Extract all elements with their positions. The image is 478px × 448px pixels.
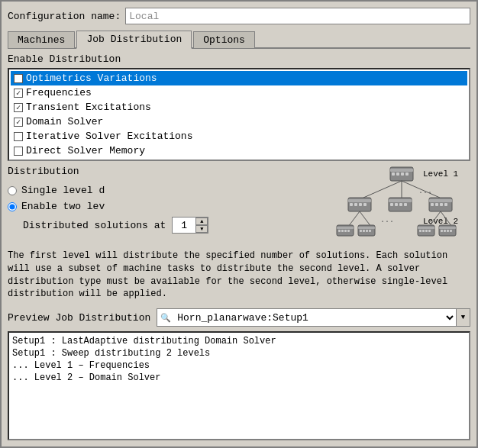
spinner-down-button[interactable]: ▼	[195, 225, 208, 233]
svg-rect-14	[359, 203, 362, 206]
list-item[interactable]: Iterative Solver Excitations	[11, 129, 467, 143]
checkbox-direct[interactable]	[14, 147, 23, 156]
svg-text:...: ...	[380, 216, 394, 224]
svg-rect-56	[450, 230, 452, 232]
svg-rect-47	[419, 230, 421, 232]
svg-rect-1	[390, 169, 413, 172]
enable-distribution-title: Enable Distribution	[8, 53, 470, 65]
checkbox-iterative[interactable]	[14, 132, 23, 141]
distribution-section: Distribution Single level d Enable two l…	[8, 166, 470, 245]
checkbox-frequencies[interactable]	[14, 89, 23, 98]
spinner-buttons: ▲ ▼	[195, 218, 208, 233]
svg-rect-49	[425, 230, 428, 232]
description-text: The first level will distribute the spec…	[8, 250, 470, 301]
preview-select[interactable]: Horn_planarwave:Setup1	[174, 309, 456, 326]
checkbox-optimetrics[interactable]	[14, 74, 23, 83]
svg-rect-4	[401, 172, 404, 176]
preview-dropdown-button[interactable]: ▼	[456, 309, 470, 326]
svg-rect-17	[389, 199, 412, 202]
svg-rect-52	[439, 227, 456, 229]
svg-line-6	[363, 181, 402, 198]
spinner-label: Distributed solutions at	[23, 220, 166, 231]
preview-row: Preview Job Distribution 🔍 Horn_planarwa…	[8, 308, 470, 327]
two-level-radio[interactable]	[8, 202, 17, 211]
list-item-label: Transient Excitations	[26, 102, 151, 113]
list-item[interactable]: Direct Solver Memory	[11, 143, 467, 158]
checkbox-domain[interactable]	[14, 118, 23, 127]
config-name-input[interactable]	[125, 8, 470, 24]
svg-rect-3	[396, 172, 399, 176]
tab-machines-label: Machines	[18, 34, 65, 46]
list-item[interactable]: Domain Solver	[11, 114, 467, 129]
main-dialog: Configuration name: Machines Job Distrib…	[0, 0, 478, 448]
output-box: Setup1 : LastAdaptive distributing Domai…	[8, 331, 470, 440]
distribution-diagram: Level 1 ...	[333, 166, 470, 245]
spinner-row: Distributed solutions at ▲ ▼	[23, 217, 325, 234]
checkbox-transient[interactable]	[14, 103, 23, 112]
svg-rect-40	[363, 230, 365, 232]
svg-rect-32	[337, 227, 354, 229]
svg-rect-11	[348, 199, 371, 202]
svg-rect-21	[404, 203, 407, 206]
svg-rect-41	[366, 230, 368, 232]
tab-job-distribution-label: Job Distribution	[86, 34, 182, 45]
distribution-controls: Distribution Single level d Enable two l…	[8, 166, 325, 234]
spinner-up-button[interactable]: ▲	[195, 218, 208, 225]
diagram-svg: Level 1 ...	[333, 166, 470, 242]
single-level-label: Single level d	[21, 185, 105, 196]
list-item[interactable]: Transient Excitations	[11, 100, 467, 114]
level1-text: Level 1	[423, 169, 459, 179]
svg-rect-19	[395, 203, 398, 206]
list-item[interactable]: Frequencies	[11, 85, 467, 100]
svg-rect-26	[440, 203, 443, 206]
svg-rect-18	[390, 203, 393, 206]
svg-line-29	[360, 211, 371, 227]
spinner-input[interactable]	[173, 218, 195, 233]
svg-rect-13	[354, 203, 357, 206]
tab-options-label: Options	[203, 34, 245, 46]
distribution-list: Optimetrics Variations Frequencies Trans…	[8, 68, 470, 161]
svg-rect-33	[338, 230, 341, 232]
svg-rect-15	[363, 203, 367, 206]
svg-rect-27	[444, 203, 447, 206]
svg-rect-24	[431, 203, 434, 206]
svg-rect-23	[429, 199, 452, 202]
level2-text: Level 2	[423, 217, 458, 226]
list-item[interactable]: Optimetrics Variations	[11, 71, 467, 85]
svg-rect-38	[358, 227, 375, 229]
tab-machines[interactable]: Machines	[8, 31, 75, 49]
svg-rect-34	[341, 230, 344, 232]
svg-rect-48	[422, 230, 425, 232]
output-line: Setup1 : LastAdaptive distributing Domai…	[12, 336, 466, 346]
preview-select-wrap: 🔍 Horn_planarwave:Setup1 ▼	[157, 308, 470, 327]
svg-rect-5	[405, 172, 409, 176]
svg-rect-53	[441, 230, 443, 232]
output-line: Setup1 : Sweep distributing 2 levels	[12, 348, 466, 359]
svg-rect-42	[369, 230, 371, 232]
list-item-label: Direct Solver Memory	[26, 145, 145, 156]
list-item-label: Iterative Solver Excitations	[26, 131, 192, 142]
svg-rect-39	[360, 230, 362, 232]
list-item-label: Domain Solver	[26, 116, 103, 127]
preview-label: Preview Job Distribution	[8, 312, 150, 324]
single-level-radio[interactable]	[8, 186, 17, 195]
svg-line-28	[348, 211, 360, 227]
svg-rect-25	[435, 203, 438, 206]
output-line: ... Level 1 – Frequencies	[12, 360, 466, 371]
tab-options[interactable]: Options	[193, 31, 255, 49]
svg-rect-20	[399, 203, 402, 206]
svg-rect-46	[418, 227, 434, 229]
single-level-row: Single level d	[8, 185, 325, 196]
tab-job-distribution[interactable]: Job Distribution	[76, 31, 192, 49]
distribution-title: Distribution	[8, 166, 325, 177]
svg-rect-2	[392, 172, 395, 176]
svg-rect-54	[444, 230, 446, 232]
list-item-label: Optimetrics Variations	[26, 73, 157, 84]
search-icon: 🔍	[157, 313, 174, 323]
enable-distribution-section: Enable Distribution Optimetrics Variatio…	[8, 53, 470, 161]
svg-rect-12	[350, 203, 353, 206]
spinner-wrap: ▲ ▼	[172, 217, 208, 234]
tab-bar: Machines Job Distribution Options	[8, 29, 470, 49]
two-level-row: Enable two lev	[8, 201, 325, 212]
config-name-label: Configuration name:	[8, 11, 121, 22]
